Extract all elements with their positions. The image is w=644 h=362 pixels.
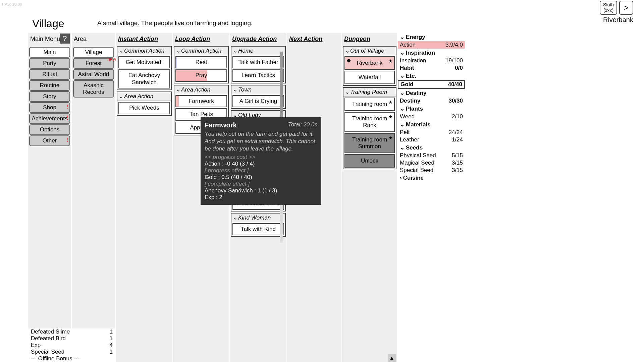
upgrade-town-group: ⌄Town A Girl is Crying bbox=[231, 85, 286, 109]
chevron-down-icon: ⌄ bbox=[233, 215, 237, 221]
tooltip-progress-line: Gold : 0.5 (40 / 40) bbox=[205, 174, 317, 181]
area-village[interactable]: Village bbox=[73, 47, 114, 58]
stat-leather: Leather1/24 bbox=[398, 136, 465, 143]
dungeon-training-summon[interactable]: Training room Summon★ bbox=[344, 133, 395, 153]
menu-other[interactable]: Other! bbox=[29, 135, 70, 146]
action-eat-sandwich[interactable]: Eat Anchovy Sandwich bbox=[118, 69, 170, 88]
dungeon-riverbank[interactable]: Riverbank★ bbox=[344, 56, 395, 70]
action-rest[interactable]: Rest bbox=[175, 56, 227, 68]
menu-routine[interactable]: Routine bbox=[29, 80, 70, 91]
dungeon-header: Dungeon bbox=[342, 33, 397, 45]
action-pray[interactable]: Pray bbox=[175, 69, 227, 81]
dungeon-out-group: ⌄Out of Village Riverbank★ Waterfall bbox=[343, 46, 396, 86]
group-header[interactable]: ⌄Home bbox=[231, 47, 285, 55]
radio-icon bbox=[347, 59, 351, 62]
chevron-right-icon: › bbox=[400, 175, 402, 181]
group-header[interactable]: ⌄Kind Woman bbox=[231, 214, 285, 222]
next-header: Next Action bbox=[287, 33, 341, 45]
chevron-down-icon: ⌄ bbox=[176, 48, 180, 54]
dungeon-waterfall[interactable]: Waterfall bbox=[344, 71, 395, 84]
alert-icon: ! bbox=[67, 104, 69, 110]
loop-header: Loop Action bbox=[173, 33, 229, 45]
scroll-up-button[interactable]: ▲ bbox=[388, 354, 396, 362]
group-header[interactable]: ⌄Town bbox=[231, 85, 285, 94]
stat-magical-seed: Magical Seed3/15 bbox=[398, 159, 465, 167]
resources-panel: ⌄Energy Action3.9/4.0 ⌄Inspiration Inspi… bbox=[398, 33, 465, 362]
res-energy-header[interactable]: ⌄Energy bbox=[398, 33, 465, 41]
stat-habit: Habit0/0 bbox=[398, 64, 465, 72]
action-talk-father[interactable]: Talk with Father bbox=[232, 56, 284, 68]
group-header[interactable]: ⌄Common Action bbox=[117, 47, 171, 55]
menu-main[interactable]: Main bbox=[29, 47, 70, 58]
dungeon-unlock[interactable]: Unlock bbox=[344, 154, 395, 168]
star-icon: ★ bbox=[388, 135, 393, 140]
menu-ritual[interactable]: Ritual bbox=[29, 69, 70, 80]
area-akashic[interactable]: Akashic Records bbox=[73, 80, 114, 98]
chevron-down-icon: ⌄ bbox=[176, 86, 180, 93]
chevron-down-icon: ⌄ bbox=[400, 34, 405, 40]
instant-header: Instant Action bbox=[116, 33, 172, 45]
group-header[interactable]: ⌄Training Room bbox=[343, 88, 396, 97]
star-icon: ★ bbox=[388, 100, 393, 105]
chevron-down-icon: ⌄ bbox=[400, 121, 405, 128]
action-farmwork[interactable]: Farmwork bbox=[175, 95, 227, 107]
instant-common-group: ⌄Common Action Get Motivated! Eat Anchov… bbox=[117, 46, 172, 90]
star-icon: ★ bbox=[388, 114, 393, 119]
dungeon-column: Dungeon ⌄Out of Village Riverbank★ Water… bbox=[342, 33, 397, 362]
menu-shop[interactable]: Shop! bbox=[29, 102, 70, 113]
area-forest[interactable]: Forestnew bbox=[73, 58, 114, 69]
dungeon-training-group: ⌄Training Room Training room★ Training r… bbox=[343, 87, 396, 169]
current-location: Riverbank bbox=[603, 16, 633, 24]
sloth-line1: Sloth bbox=[603, 2, 614, 8]
res-destiny-header[interactable]: ⌄Destiny bbox=[398, 89, 465, 97]
help-button[interactable]: ? bbox=[60, 34, 70, 44]
progress-fill bbox=[176, 57, 177, 68]
res-materials-header[interactable]: ⌄Materials bbox=[398, 120, 465, 129]
action-talk-kind[interactable]: Talk with Kind bbox=[232, 223, 284, 235]
loop-common-group: ⌄Common Action Rest Pray bbox=[174, 46, 229, 83]
chevron-down-icon: ⌄ bbox=[400, 106, 405, 112]
menu-party[interactable]: Party bbox=[29, 58, 70, 69]
dungeon-training-room[interactable]: Training room★ bbox=[344, 98, 395, 111]
stat-physical-seed: Physical Seed5/15 bbox=[398, 152, 465, 159]
tooltip-cost-header: << progress cost >> bbox=[205, 154, 317, 161]
area-header: Area bbox=[72, 33, 115, 45]
menu-options[interactable]: Options bbox=[29, 124, 70, 135]
chevron-down-icon: ⌄ bbox=[345, 89, 350, 95]
farmwork-tooltip: FarmworkTotal: 20.0s You help out on the… bbox=[201, 117, 321, 205]
instant-action-column: Instant Action ⌄Common Action Get Motiva… bbox=[116, 33, 172, 362]
action-get-motivated[interactable]: Get Motivated! bbox=[118, 56, 170, 68]
res-etc-header[interactable]: ⌄Etc. bbox=[398, 72, 465, 80]
action-learn-tactics[interactable]: Learn Tactics bbox=[232, 69, 284, 81]
log-row: --- Offline Bonus --- bbox=[28, 355, 115, 362]
res-inspiration-header[interactable]: ⌄Inspiration bbox=[398, 49, 465, 57]
stat-special-seed: Special Seed3/15 bbox=[398, 167, 465, 174]
group-header[interactable]: ⌄Area Action bbox=[117, 92, 171, 101]
area-title: Village bbox=[32, 17, 64, 30]
action-pick-weeds[interactable]: Pick Weeds bbox=[118, 102, 170, 114]
group-header[interactable]: ⌄Area Action bbox=[174, 85, 228, 94]
log-row: Defeated Slime1 bbox=[28, 328, 115, 335]
log-row: Special Seed1 bbox=[28, 349, 115, 355]
next-button[interactable]: > bbox=[619, 1, 633, 15]
action-girl-crying[interactable]: A Girl is Crying bbox=[232, 95, 284, 107]
log-row: Defeated Bird1 bbox=[28, 335, 115, 342]
tooltip-complete-line1: Anchovy Sandwich : 1 (1 / 3) bbox=[205, 187, 317, 194]
res-cuisine-header[interactable]: ›Cuisine bbox=[398, 174, 465, 182]
group-header[interactable]: ⌄Common Action bbox=[174, 47, 228, 55]
dungeon-training-rank[interactable]: Training room Rank★ bbox=[344, 112, 395, 132]
tooltip-total: Total: 20.0s bbox=[288, 121, 317, 128]
area-astral[interactable]: Astral World bbox=[73, 69, 114, 80]
chevron-down-icon: ⌄ bbox=[233, 48, 237, 54]
stat-pelt: Pelt24/24 bbox=[398, 129, 465, 136]
alert-icon: ! bbox=[67, 115, 69, 121]
menu-story[interactable]: Story bbox=[29, 91, 70, 102]
res-plants-header[interactable]: ⌄Plants bbox=[398, 105, 465, 113]
group-header[interactable]: ⌄Out of Village bbox=[343, 47, 396, 55]
res-seeds-header[interactable]: ⌄Seeds bbox=[398, 143, 465, 152]
stat-weed: Weed2/10 bbox=[398, 113, 465, 120]
chevron-down-icon: ⌄ bbox=[400, 73, 405, 79]
tooltip-cost-line: Action : -0.40 (3 / 4) bbox=[205, 161, 317, 167]
stat-destiny: Destiny30/30 bbox=[398, 97, 465, 105]
menu-achievements[interactable]: Achievements! bbox=[29, 113, 70, 124]
